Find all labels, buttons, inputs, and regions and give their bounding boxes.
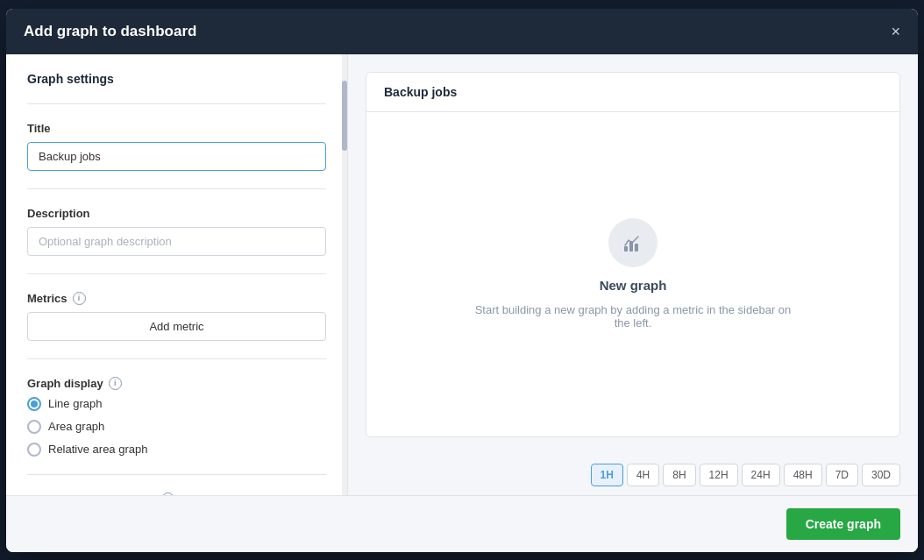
modal: Add graph to dashboard × Graph settings … xyxy=(6,9,918,552)
radio-label-line[interactable]: Line graph xyxy=(27,397,326,411)
time-button-24h[interactable]: 24H xyxy=(742,464,780,486)
graph-display-info-icon[interactable]: i xyxy=(109,377,122,390)
modal-title: Add graph to dashboard xyxy=(24,23,196,40)
radio-input-area[interactable] xyxy=(27,420,41,434)
time-button-4h[interactable]: 4H xyxy=(627,464,659,486)
svg-rect-0 xyxy=(624,246,628,252)
divider-4 xyxy=(27,358,326,359)
add-metric-button[interactable]: Add metric xyxy=(27,312,326,341)
radio-input-line[interactable] xyxy=(27,397,41,411)
preview-card-title: Backup jobs xyxy=(384,85,882,99)
modal-header: Add graph to dashboard × xyxy=(6,9,918,54)
new-graph-title: New graph xyxy=(600,278,667,293)
preview-card-body: New graph Start building a new graph by … xyxy=(366,112,899,436)
create-graph-button[interactable]: Create graph xyxy=(786,508,900,540)
divider-3 xyxy=(27,273,326,274)
preview-card-header: Backup jobs xyxy=(366,73,899,112)
time-button-8h[interactable]: 8H xyxy=(663,464,695,486)
description-input[interactable] xyxy=(27,227,326,256)
radio-option-label-area: Area graph xyxy=(48,420,104,433)
preview-card: Backup jobs New graph Start bu xyxy=(366,72,900,437)
time-button-1h[interactable]: 1H xyxy=(591,464,623,486)
metrics-info-icon[interactable]: i xyxy=(73,292,86,305)
modal-footer: Create graph xyxy=(6,495,918,552)
divider-1 xyxy=(27,103,326,104)
radio-option-label-relative: Relative area graph xyxy=(48,443,147,456)
time-button-48h[interactable]: 48H xyxy=(784,464,822,486)
scrollbar-track xyxy=(342,54,347,495)
divider-2 xyxy=(27,188,326,189)
legend-info-icon[interactable]: i xyxy=(161,493,174,495)
metrics-field-label: Metrics i xyxy=(27,292,326,305)
radio-input-relative[interactable] xyxy=(27,443,41,457)
svg-rect-2 xyxy=(635,244,638,252)
right-panel: Backup jobs New graph Start bu xyxy=(348,54,918,495)
title-field-label: Title xyxy=(27,122,326,135)
divider-5 xyxy=(27,474,326,475)
radio-group: Line graphArea graphRelative area graph xyxy=(27,397,326,457)
preview-area: Backup jobs New graph Start bu xyxy=(348,54,918,455)
time-button-12h[interactable]: 12H xyxy=(700,464,738,486)
modal-close-button[interactable]: × xyxy=(891,24,900,39)
time-range-bar: 1H4H8H12H24H48H7D30D xyxy=(348,455,918,495)
radio-label-relative[interactable]: Relative area graph xyxy=(27,443,326,457)
modal-body: Graph settings Title Description Metrics… xyxy=(6,54,918,495)
scrollbar-thumb[interactable] xyxy=(342,81,347,151)
graph-display-label: Graph display i xyxy=(27,377,326,390)
left-panel: Graph settings Title Description Metrics… xyxy=(6,54,348,495)
time-button-7d[interactable]: 7D xyxy=(826,464,858,486)
time-button-30d[interactable]: 30D xyxy=(862,464,900,486)
legend-label: Label of value in legend i xyxy=(27,493,326,495)
description-field-label: Description xyxy=(27,207,326,220)
new-graph-icon xyxy=(608,218,657,267)
section-title: Graph settings xyxy=(27,72,326,86)
radio-option-label-line: Line graph xyxy=(48,397,102,410)
title-input[interactable] xyxy=(27,142,326,171)
new-graph-desc: Start building a new graph by adding a m… xyxy=(466,303,800,330)
radio-label-area[interactable]: Area graph xyxy=(27,420,326,434)
